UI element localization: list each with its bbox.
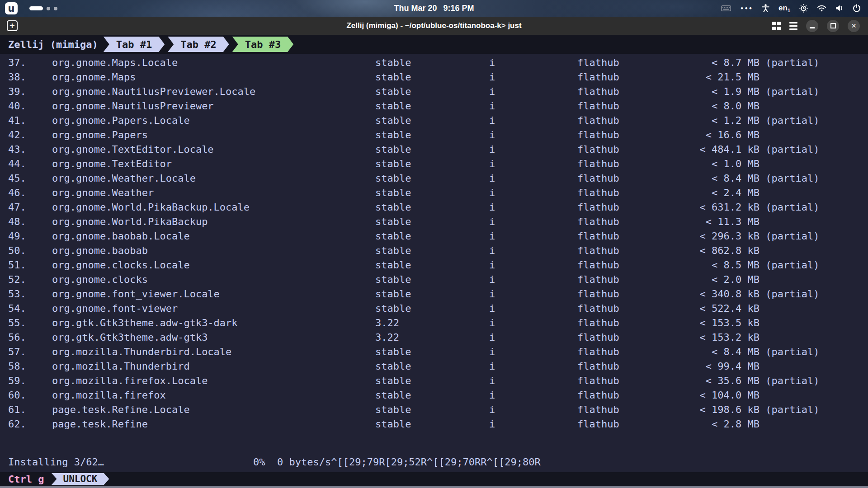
branch: 3.22 [375, 330, 399, 345]
activities-area[interactable]: u [5, 2, 57, 14]
close-button[interactable]: ✕ [848, 20, 860, 32]
table-row: 43.org.gnome.TextEditor.Localestableifla… [0, 142, 868, 157]
remote: flathub [577, 128, 619, 142]
app-id: org.mozilla.firefox [52, 388, 166, 403]
row-number: 41. [8, 113, 26, 128]
workspace-pill-active[interactable] [29, 6, 43, 10]
download-size: < 862.8 kB [624, 244, 760, 258]
nightlight-icon[interactable] [799, 4, 808, 13]
app-id: org.gnome.Papers [52, 128, 148, 142]
clock-date: Thu Mar 20 [394, 4, 437, 13]
row-number: 38. [8, 70, 26, 84]
table-row: 40.org.gnome.NautilusPreviewerstableifla… [0, 99, 868, 113]
table-row: 60.org.mozilla.firefoxstableiflathub< 10… [0, 388, 868, 403]
input-language-indicator[interactable]: en1 [778, 4, 790, 13]
operation: i [489, 229, 495, 244]
operation: i [489, 200, 495, 215]
partial-flag: (partial) [760, 287, 819, 301]
row-number: 45. [8, 171, 26, 186]
table-row: 55.org.gtk.Gtk3theme.adw-gtk3-dark3.22if… [0, 316, 868, 330]
tab-2[interactable]: Tab #2 [168, 37, 229, 52]
remote: flathub [577, 330, 619, 345]
row-number: 58. [8, 359, 26, 374]
workspace-dot[interactable] [54, 7, 57, 10]
window-titlebar: + Zellij (mimiga) - ~/opt/ublue-os/titan… [0, 17, 868, 35]
branch: stable [375, 388, 411, 403]
remote: flathub [577, 56, 619, 70]
download-status-text: 0% 0 bytes/s^[[29;79R[29;52R^[[29;70RR^[… [253, 455, 541, 469]
top-panel: u Thu Mar 20 9:16 PM ••• [0, 0, 868, 17]
download-size: < 522.4 kB [624, 301, 760, 316]
minimize-button[interactable] [806, 20, 818, 32]
remote: flathub [577, 215, 619, 229]
row-number: 49. [8, 229, 26, 244]
app-id: org.gnome.World.PikaBackup.Locale [52, 200, 250, 215]
branch: stable [375, 403, 411, 417]
tiling-icon[interactable] [772, 22, 781, 30]
remote: flathub [577, 388, 619, 403]
operation: i [489, 157, 495, 171]
table-row: 49.org.gnome.baobab.Localestableiflathub… [0, 229, 868, 244]
row-number: 37. [8, 56, 26, 70]
package-list: 37.org.gnome.Maps.Localestableiflathub< … [0, 54, 868, 432]
power-icon[interactable] [853, 4, 861, 12]
operation: i [489, 244, 495, 258]
volume-icon[interactable] [835, 5, 844, 12]
branch: stable [375, 345, 411, 359]
row-number: 48. [8, 215, 26, 229]
row-number: 54. [8, 301, 26, 316]
row-number: 61. [8, 403, 26, 417]
workspace-dot[interactable] [47, 7, 50, 10]
partial-flag: (partial) [760, 142, 819, 157]
remote: flathub [577, 345, 619, 359]
app-id: org.gnome.baobab.Locale [52, 229, 190, 244]
partial-flag: (partial) [760, 84, 819, 99]
new-tab-button[interactable]: + [7, 20, 18, 31]
table-row: 53.org.gnome.font_viewer.Localestableifl… [0, 287, 868, 301]
table-row: 59.org.mozilla.firefox.Localestableiflat… [0, 374, 868, 388]
tab-1[interactable]: Tab #1 [104, 37, 165, 52]
ublue-logo-icon[interactable]: u [5, 2, 18, 14]
table-row: 54.org.gnome.font-viewerstableiflathub< … [0, 301, 868, 316]
download-size: < 340.8 kB [624, 287, 760, 301]
screen: u Thu Mar 20 9:16 PM ••• [0, 0, 868, 488]
table-row: 39.org.gnome.NautilusPreviewer.Localesta… [0, 84, 868, 99]
accessibility-icon[interactable] [762, 4, 769, 12]
table-row: 48.org.gnome.World.PikaBackupstableiflat… [0, 215, 868, 229]
remote: flathub [577, 374, 619, 388]
mode-indicator: UNLOCK [51, 473, 109, 485]
table-row: 61.page.tesk.Refine.Localestableiflathub… [0, 403, 868, 417]
remote: flathub [577, 186, 619, 200]
operation: i [489, 417, 495, 432]
zellij-tab-bar: Zellij (mimiga) Tab #1Tab #2Tab #3 [0, 35, 868, 54]
download-size: < 1.2 MB [624, 113, 760, 128]
download-size: < 484.1 kB [624, 142, 760, 157]
remote: flathub [577, 229, 619, 244]
tab-3[interactable]: Tab #3 [232, 37, 293, 52]
partial-flag: (partial) [760, 200, 819, 215]
zellij-status-bar: Ctrl g UNLOCK [0, 472, 868, 486]
operation: i [489, 84, 495, 99]
maximize-button[interactable] [827, 20, 839, 32]
table-row: 37.org.gnome.Maps.Localestableiflathub< … [0, 56, 868, 70]
clock-time: 9:16 PM [443, 4, 474, 13]
row-number: 50. [8, 244, 26, 258]
wifi-icon[interactable] [817, 5, 826, 12]
overflow-menu-icon[interactable]: ••• [740, 5, 753, 12]
branch: stable [375, 84, 411, 99]
install-progress-text: Installing 3/62… [8, 455, 104, 469]
remote: flathub [577, 301, 619, 316]
row-number: 59. [8, 374, 26, 388]
row-number: 39. [8, 84, 26, 99]
branch: stable [375, 70, 411, 84]
branch: stable [375, 287, 411, 301]
download-size: < 198.6 kB [624, 403, 760, 417]
remote: flathub [577, 70, 619, 84]
keyboard-icon[interactable] [721, 5, 731, 11]
operation: i [489, 287, 495, 301]
menu-icon[interactable] [789, 22, 797, 30]
download-size: < 21.5 MB [624, 70, 760, 84]
row-number: 47. [8, 200, 26, 215]
clock[interactable]: Thu Mar 20 9:16 PM [394, 0, 474, 17]
operation: i [489, 330, 495, 345]
